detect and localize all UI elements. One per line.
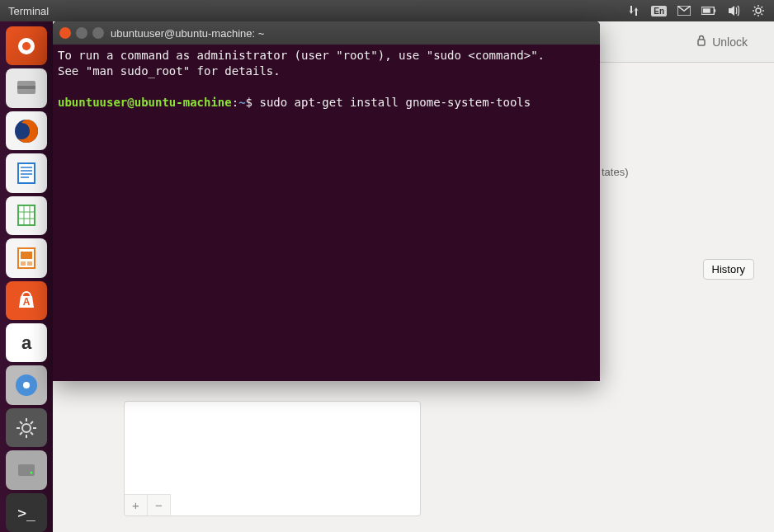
- svg-rect-10: [18, 163, 35, 183]
- svg-rect-28: [18, 464, 35, 476]
- volume-icon[interactable]: [726, 3, 741, 18]
- list-panel: + −: [124, 401, 421, 516]
- svg-rect-21: [21, 252, 32, 259]
- terminal-prompt-sep: :: [232, 96, 238, 109]
- svg-rect-15: [18, 205, 35, 225]
- launcher-software[interactable]: A: [6, 281, 47, 320]
- keyboard-indicator[interactable]: En: [651, 6, 667, 16]
- launcher-dash[interactable]: [6, 26, 47, 65]
- terminal-prompt-path: ~: [238, 96, 245, 109]
- svg-point-6: [22, 42, 31, 50]
- svg-text:A: A: [23, 296, 31, 308]
- svg-rect-2: [714, 9, 715, 12]
- svg-rect-22: [21, 261, 26, 266]
- svg-point-26: [23, 382, 30, 388]
- terminal-output-line: See "man sudo_root" for details.: [58, 64, 281, 78]
- list-toolbar: + −: [125, 494, 171, 516]
- svg-point-29: [31, 471, 33, 473]
- launcher-calc[interactable]: [6, 196, 47, 235]
- launcher: A a >_: [0, 21, 53, 532]
- menubar-indicators: En: [626, 3, 766, 18]
- terminal-titlebar[interactable]: ubuntuuser@ubuntu-machine: ~: [53, 21, 600, 45]
- launcher-amazon[interactable]: a: [6, 323, 47, 362]
- maximize-button[interactable]: [92, 27, 104, 39]
- svg-rect-23: [27, 261, 32, 266]
- terminal-title: ubuntuuser@ubuntu-machine: ~: [111, 27, 264, 40]
- launcher-settings[interactable]: [6, 408, 47, 447]
- unlock-button[interactable]: Unlock: [696, 35, 748, 49]
- terminal-output-line: To run a command as administrator (user …: [58, 49, 545, 62]
- terminal-prompt-user: ubuntuuser@ubuntu-machine: [58, 96, 232, 109]
- terminal-window: ubuntuuser@ubuntu-machine: ~ To run a co…: [53, 21, 600, 381]
- svg-point-4: [756, 8, 761, 13]
- svg-rect-30: [698, 40, 705, 45]
- gear-icon[interactable]: [751, 3, 766, 18]
- launcher-terminal[interactable]: >_: [6, 493, 47, 532]
- launcher-impress[interactable]: [6, 238, 47, 277]
- launcher-files[interactable]: [6, 68, 47, 107]
- add-button[interactable]: +: [125, 495, 148, 516]
- launcher-disc[interactable]: [6, 365, 47, 404]
- window-controls: [59, 27, 104, 39]
- lock-icon: [696, 35, 707, 49]
- battery-icon[interactable]: [701, 3, 716, 18]
- mail-icon[interactable]: [677, 3, 691, 18]
- launcher-disk[interactable]: [6, 450, 47, 489]
- history-button[interactable]: History: [703, 259, 754, 280]
- terminal-command: sudo apt-get install gnome-system-tools: [259, 96, 531, 109]
- obscured-text-fragment: tates): [602, 166, 629, 178]
- close-button[interactable]: [59, 27, 71, 39]
- svg-rect-8: [17, 86, 35, 89]
- svg-rect-3: [703, 8, 710, 12]
- remove-button[interactable]: −: [148, 495, 171, 516]
- terminal-prompt-sep: $: [246, 96, 260, 109]
- menubar: Terminal En: [0, 0, 774, 21]
- unlock-label: Unlock: [712, 35, 748, 49]
- launcher-writer[interactable]: [6, 153, 47, 192]
- launcher-firefox[interactable]: [6, 111, 47, 150]
- menubar-title: Terminal: [8, 5, 49, 17]
- terminal-body[interactable]: To run a command as administrator (user …: [53, 45, 600, 381]
- minimize-button[interactable]: [76, 27, 87, 39]
- svg-point-27: [22, 424, 31, 432]
- network-icon[interactable]: [626, 3, 641, 18]
